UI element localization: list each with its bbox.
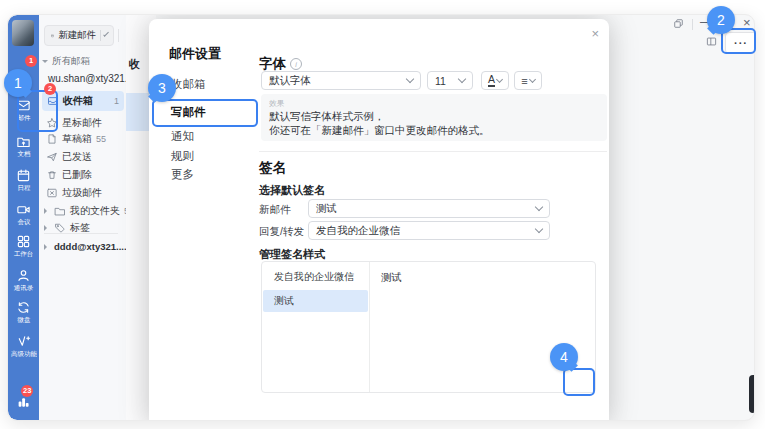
calendar-icon (16, 167, 32, 183)
folder-item-myfolders[interactable]: 我的文件夹 572 (42, 204, 139, 218)
folder-item-deleted[interactable]: 已删除 (46, 168, 92, 182)
folder-item-spam[interactable]: 垃圾邮件 (46, 186, 102, 200)
rail-item-label: 高级功能 (11, 350, 37, 357)
rail-item-label: 工作台 (14, 250, 33, 257)
rail-item-advanced[interactable]: 高级功能 (8, 333, 39, 358)
signature-item-2[interactable]: 测试 (263, 290, 368, 312)
settings-nav-more[interactable]: 更多 (171, 167, 194, 182)
reply-signature-select[interactable]: 发自我的企业微信 (308, 221, 550, 240)
font-preview-box: 效果 默认写信字体样式示例， 你还可在「新建邮件」窗口中更改邮件的格式。 (261, 94, 607, 141)
rail-item-label: 通讯录 (14, 284, 33, 291)
compose-label: 新建邮件 (58, 29, 96, 42)
annotation-marker-1: 1 (4, 69, 32, 97)
annotation-box-edit (563, 368, 595, 396)
video-icon (16, 201, 32, 217)
font-size-select[interactable]: 11 (427, 71, 473, 90)
spam-icon (46, 187, 58, 199)
inbox-count: 1 (114, 96, 119, 106)
reading-pane-icon[interactable] (706, 36, 717, 49)
spam-label: 垃圾邮件 (62, 186, 102, 200)
info-icon[interactable]: i (290, 58, 302, 70)
account-item-1[interactable]: wu.shan@xty321.... (48, 73, 136, 84)
folder-group-all[interactable]: 所有邮箱 (42, 55, 90, 68)
toolbar-divider (118, 29, 119, 42)
drafts-label: 草稿箱 (62, 132, 92, 146)
chevron-down-icon (406, 75, 414, 83)
signature-manage-box: 发自我的企业微信 测试 测试 (261, 261, 596, 393)
reply-forward-label: 回复/转发 (259, 225, 304, 239)
settings-nav-notify[interactable]: 通知 (171, 129, 194, 144)
drafts-count: 55 (96, 134, 106, 144)
modal-title: 邮件设置 (169, 45, 221, 63)
rail-item-contacts[interactable]: 通讯录 (8, 267, 39, 292)
folder-item-sent[interactable]: 已发送 (46, 150, 92, 164)
maillist-header: 收 (129, 57, 140, 72)
drive-icon (16, 299, 32, 315)
account2-label: dddd@xty321.... (54, 241, 127, 252)
list-format-button[interactable]: ≡ (514, 71, 542, 90)
docs-icon (16, 133, 32, 149)
font-size-value: 11 (435, 75, 446, 87)
restore-icon[interactable] (673, 18, 684, 31)
controls-divider (692, 19, 693, 30)
inbox-label: 收件箱 (63, 94, 110, 108)
settings-nav-rules[interactable]: 规则 (171, 149, 194, 164)
preview-line-1: 默认写信字体样式示例， (269, 110, 599, 124)
avatar[interactable] (12, 20, 34, 46)
new-mail-signature-value: 测试 (316, 202, 337, 216)
folder-divider (44, 233, 118, 234)
reply-signature-value: 发自我的企业微信 (316, 224, 400, 238)
signature-preview-text: 测试 (381, 271, 402, 285)
folder-item-drafts[interactable]: 草稿箱 55 (46, 132, 106, 146)
compose-button[interactable]: 新建邮件 (44, 25, 114, 46)
signature-heading-text: 签名 (259, 159, 286, 177)
preview-tag: 效果 (269, 98, 573, 109)
trash-icon (46, 169, 58, 181)
app-window: 1 邮件 2 文档 日程 (7, 14, 755, 421)
new-mail-label: 新邮件 (259, 203, 291, 217)
sent-icon (46, 151, 58, 163)
grid-icon (16, 233, 32, 249)
folder-group-label: 所有邮箱 (52, 55, 90, 68)
rail-item-meeting[interactable]: 会议 (8, 201, 39, 226)
font-color-a: A (488, 74, 495, 87)
chevron-down-icon (529, 75, 536, 82)
font-family-select[interactable]: 默认字体 (261, 71, 421, 90)
deleted-label: 已删除 (62, 168, 92, 182)
rail-item-calendar[interactable]: 日程 (8, 167, 39, 192)
manage-signatures-heading: 管理签名样式 (259, 247, 325, 262)
screenshot-stage: 1 邮件 2 文档 日程 (0, 0, 765, 429)
choose-default-heading: 选择默认签名 (259, 183, 325, 198)
signature-item-1[interactable]: 发自我的企业微信 (263, 266, 368, 288)
settings-nav-inbox[interactable]: 收邮箱 (171, 77, 206, 92)
sent-label: 已发送 (62, 150, 92, 164)
new-mail-signature-select[interactable]: 测试 (308, 199, 550, 218)
modal-close-icon[interactable]: × (591, 27, 599, 40)
preview-line-2: 你还可在「新建邮件」窗口中更改邮件的格式。 (269, 124, 599, 138)
signature-list: 发自我的企业微信 测试 (262, 262, 370, 392)
annotation-marker-4: 4 (550, 343, 578, 371)
rail-item-docs[interactable]: 文档 (8, 133, 39, 158)
mail-badge: 2 (44, 83, 56, 95)
chevron-down-icon (535, 203, 543, 211)
mail-settings-modal: × 邮件设置 收邮箱 写邮件 通知 规则 更多 字体 i 默认字体 11 A (149, 19, 609, 421)
list-icon: ≡ (521, 75, 527, 87)
rail-item-workbench[interactable]: 工作台 (8, 233, 39, 258)
annotation-box-compose-nav (152, 99, 258, 127)
background-window-sliver (749, 375, 755, 413)
contacts-icon (16, 267, 32, 283)
rail-item-label: 文档 (17, 150, 30, 157)
signature-section-heading: 签名 (259, 159, 286, 177)
chevron-down-icon (496, 75, 503, 82)
folder-icon (54, 205, 66, 217)
myfolders-label: 我的文件夹 (70, 204, 120, 218)
starred-label: 星标邮件 (62, 116, 102, 130)
caret-down-icon (42, 60, 48, 66)
section-divider (259, 151, 607, 152)
rail-item-drive[interactable]: 微盘 (8, 299, 39, 324)
account-label: wu.shan@xty321.... (48, 73, 136, 84)
chevron-down-icon (458, 75, 466, 83)
font-color-button[interactable]: A (481, 71, 509, 90)
caret-right-icon (44, 208, 50, 214)
compose-icon (51, 30, 54, 42)
